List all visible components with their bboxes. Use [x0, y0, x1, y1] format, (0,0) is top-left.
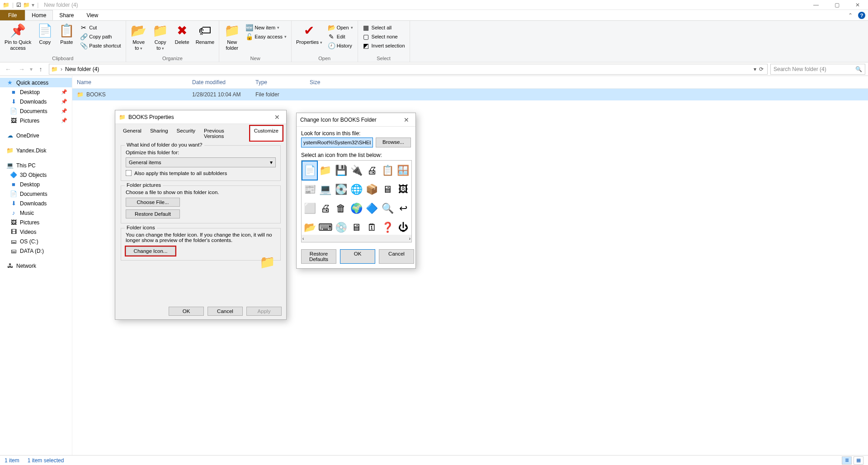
icon-cell[interactable]: 📁 — [318, 161, 332, 180]
easy-access-button[interactable]: 🔓Easy access — [244, 33, 288, 41]
history-button[interactable]: 🕘History — [326, 42, 355, 50]
sidebar-item-desktop2[interactable]: ■Desktop — [0, 180, 72, 189]
copy-to-button[interactable]: 📁Copy to — [151, 23, 170, 52]
paste-shortcut-button[interactable]: 📎Paste shortcut — [78, 42, 123, 50]
sidebar-item-this-pc[interactable]: 💻This PC — [0, 161, 72, 170]
tab-file[interactable]: File — [0, 10, 25, 20]
copy-button[interactable]: 📄 Copy — [35, 23, 55, 46]
tab-security[interactable]: Security — [173, 126, 200, 141]
sidebar-item-documents[interactable]: 📄Documents📌 — [0, 106, 72, 116]
sidebar-item-music[interactable]: ♪Music — [0, 208, 72, 218]
table-row[interactable]: BOOKS 1/28/2021 10:04 AM File folder — [72, 89, 868, 100]
icon-scrollbar[interactable]: ‹› — [302, 235, 411, 242]
sidebar-item-network[interactable]: 🖧Network — [0, 261, 72, 270]
close-button[interactable]: ✕ — [847, 0, 868, 10]
icon-cell[interactable]: 🖼 — [396, 180, 410, 199]
change-icon-ok-button[interactable]: OK — [340, 249, 375, 264]
change-icon-button[interactable]: Change Icon... — [126, 247, 175, 256]
scroll-right-icon[interactable]: › — [409, 236, 410, 241]
qat-folder-icon[interactable] — [23, 2, 30, 8]
search-input[interactable]: Search New folder (4) 🔍 — [770, 64, 865, 75]
ribbon-collapse-icon[interactable]: ⌃ — [848, 12, 853, 19]
sidebar-item-yandex[interactable]: 📁Yandex.Disk — [0, 146, 72, 155]
paste-button[interactable]: 📋 Paste — [57, 23, 76, 46]
sidebar-item-downloads2[interactable]: ⬇Downloads — [0, 199, 72, 208]
sidebar-item-3d-objects[interactable]: 🔷3D Objects — [0, 170, 72, 180]
col-type[interactable]: Type — [251, 79, 305, 85]
qat-dropdown-icon[interactable]: ▾ — [32, 2, 34, 8]
col-date[interactable]: Date modified — [188, 79, 251, 85]
properties-apply-button[interactable]: Apply — [246, 307, 282, 316]
also-apply-input[interactable] — [126, 170, 132, 176]
tab-view[interactable]: View — [80, 10, 104, 20]
icon-cell[interactable]: 🗑 — [334, 199, 348, 218]
move-to-button[interactable]: 📂Move to — [129, 23, 149, 52]
invert-selection-button[interactable]: ◩Invert selection — [361, 42, 407, 50]
icon-cell[interactable]: 📋 — [380, 161, 395, 180]
change-icon-close-button[interactable]: ✕ — [401, 116, 412, 123]
col-size[interactable]: Size — [305, 79, 341, 85]
sidebar-item-downloads[interactable]: ⬇Downloads📌 — [0, 97, 72, 106]
address-bar[interactable]: New folder (4) ▾ ⟳ — [49, 64, 768, 75]
icon-cell[interactable]: 💻 — [318, 180, 332, 199]
icon-cell[interactable]: 🖨 — [365, 161, 379, 180]
sidebar-item-onedrive[interactable]: ☁OneDrive — [0, 131, 72, 140]
also-apply-checkbox[interactable]: Also apply this template to all subfolde… — [126, 170, 276, 176]
icon-cell[interactable]: 🪟 — [396, 161, 410, 180]
icon-cell[interactable]: ⌨ — [318, 218, 332, 237]
select-none-button[interactable]: ▢Select none — [361, 33, 407, 41]
restore-defaults-button[interactable]: Restore Defaults — [301, 249, 336, 264]
breadcrumb[interactable]: New folder (4) — [65, 66, 99, 72]
properties-ok-button[interactable]: OK — [169, 307, 204, 316]
icon-cell[interactable]: 🔌 — [349, 161, 363, 180]
pin-to-quick-access-button[interactable]: 📌 Pin to Quick access — [3, 23, 33, 52]
minimize-button[interactable]: — — [806, 0, 826, 10]
rename-button[interactable]: 🏷Rename — [194, 23, 217, 46]
icon-cell[interactable]: 💾 — [334, 161, 348, 180]
new-folder-button[interactable]: 📁New folder — [222, 23, 242, 52]
view-details-button[interactable]: ≣ — [842, 456, 852, 465]
sidebar-item-documents2[interactable]: 📄Documents — [0, 189, 72, 199]
tab-share[interactable]: Share — [53, 10, 80, 20]
icon-cell[interactable]: 🔷 — [365, 199, 379, 218]
icon-cell[interactable]: 🖥 — [349, 218, 363, 237]
properties-button[interactable]: ✔Properties — [294, 23, 324, 46]
icon-cell[interactable]: 📄 — [302, 161, 317, 180]
change-icon-titlebar[interactable]: Change Icon for BOOKS Folder ✕ — [297, 113, 415, 127]
sidebar-item-pictures2[interactable]: 🖼Pictures — [0, 218, 72, 227]
icon-cell[interactable]: ⏻ — [396, 218, 410, 237]
icon-cell[interactable]: 📦 — [365, 180, 379, 199]
sidebar-item-desktop[interactable]: ■Desktop📌 — [0, 87, 72, 97]
open-button[interactable]: 📂Open — [326, 24, 355, 32]
tab-general[interactable]: General — [119, 126, 146, 141]
tab-home[interactable]: Home — [25, 10, 53, 20]
choose-file-button[interactable]: Choose File... — [126, 198, 180, 207]
refresh-icon[interactable]: ⟳ — [759, 66, 764, 72]
icon-cell[interactable]: ❓ — [380, 218, 395, 237]
help-icon[interactable]: ? — [858, 12, 865, 19]
icon-cell[interactable]: 🌐 — [349, 180, 363, 199]
icon-cell[interactable]: 📰 — [302, 180, 317, 199]
sidebar-item-os-c[interactable]: 🖴OS (C:) — [0, 237, 72, 246]
restore-default-button[interactable]: Restore Default — [126, 209, 180, 218]
sidebar-item-quick-access[interactable]: ★Quick access — [0, 78, 72, 87]
qat-checkbox-icon[interactable]: ☑ — [16, 2, 21, 8]
icon-cell[interactable]: 💿 — [334, 218, 348, 237]
select-all-button[interactable]: ▦Select all — [361, 24, 407, 32]
copy-path-button[interactable]: 🔗Copy path — [78, 33, 123, 41]
icon-cell[interactable]: 🖥 — [380, 180, 395, 199]
nav-forward-button[interactable]: → — [16, 66, 27, 73]
edit-button[interactable]: ✎Edit — [326, 33, 355, 41]
optimize-combobox[interactable]: General items▾ — [126, 157, 276, 167]
tab-previous-versions[interactable]: Previous Versions — [200, 126, 250, 141]
icon-cell[interactable]: 🔍 — [380, 199, 395, 218]
change-icon-cancel-button[interactable]: Cancel — [379, 249, 414, 264]
tab-customize[interactable]: Customize — [250, 126, 283, 141]
properties-cancel-button[interactable]: Cancel — [208, 307, 243, 316]
maximize-button[interactable]: ▢ — [826, 0, 847, 10]
properties-titlebar[interactable]: BOOKS Properties ✕ — [115, 110, 286, 124]
scroll-left-icon[interactable]: ‹ — [302, 236, 304, 241]
col-name[interactable]: Name — [72, 79, 188, 85]
icon-cell[interactable]: 📂 — [302, 218, 317, 237]
icon-cell[interactable]: 🌍 — [349, 199, 363, 218]
